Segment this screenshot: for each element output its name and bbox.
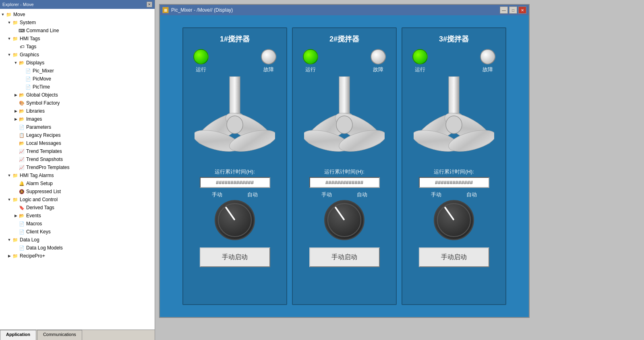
tree-item-commandline[interactable]: ⌨Command Line <box>0 27 155 35</box>
mode-dial-mixer3[interactable] <box>434 200 474 240</box>
tree-item-tags[interactable]: 🏷Tags <box>0 43 155 51</box>
expand-icon[interactable]: ▼ <box>6 237 12 243</box>
tree-item-hmitags[interactable]: ▼📁HMI Tags <box>0 35 155 43</box>
tree-item-picmove[interactable]: 📄PicMove <box>0 75 155 83</box>
start-button-mixer3[interactable]: 手动启动 <box>419 247 489 267</box>
manual-label-mixer2: 手动 <box>321 191 332 198</box>
tree-label-trendsnapshots: Trend Snapshots <box>26 156 63 163</box>
tree-item-pic_mixer[interactable]: 📄Pic_Mixer <box>0 67 155 75</box>
tree-label-recipeproplus: RecipePro+ <box>20 252 45 260</box>
expand-icon[interactable]: ▶ <box>13 108 19 114</box>
tree-icon-logiccontrol: 📁 <box>12 196 19 203</box>
tree-item-localmessages[interactable]: 📂Local Messages <box>0 139 155 147</box>
expand-icon[interactable]: ▼ <box>6 52 12 58</box>
expand-icon[interactable]: ▶ <box>13 213 19 218</box>
tree-item-graphics[interactable]: ▼📁Graphics <box>0 51 155 59</box>
mode-dial-mixer1[interactable] <box>215 200 255 240</box>
start-button-mixer1[interactable]: 手动启动 <box>200 247 270 267</box>
tree-icon-picmove: 📄 <box>25 76 31 82</box>
expand-icon[interactable]: ▶ <box>13 116 19 122</box>
running-light-mixer3 <box>412 49 428 64</box>
tree-item-clientkeys[interactable]: 📄Client Keys <box>0 228 155 236</box>
tree-icon-parameters: 📄 <box>19 124 25 130</box>
tree-item-legacyrecipes[interactable]: 📋Legacy Recipes <box>0 131 155 139</box>
tree-label-images: Images <box>26 115 42 123</box>
tree-label-libraries: Libraries <box>26 107 45 115</box>
tree-item-pictime[interactable]: 📄PicTime <box>0 83 155 91</box>
tree-item-datalog[interactable]: ▼📁Data Log <box>0 236 155 244</box>
auto-label-mixer2: 自动 <box>357 191 367 198</box>
expand-icon[interactable]: ▼ <box>6 173 12 178</box>
tree-icon-datalogmodels: 📄 <box>19 245 25 251</box>
tree-item-parameters[interactable]: 📄Parameters <box>0 123 155 131</box>
explorer-close-button[interactable]: ✕ <box>147 2 152 7</box>
tree-label-picmove: PicMove <box>33 75 51 82</box>
explorer-panel: Explorer - Move ✕ ▼📁Move▼📁System⌨Command… <box>0 0 155 340</box>
tree-item-macros[interactable]: 📄Macros <box>0 220 155 228</box>
manual-label-mixer1: 手动 <box>212 191 222 198</box>
expand-icon[interactable]: ▶ <box>13 92 19 98</box>
tree-icon-move: 📁 <box>6 11 12 18</box>
tree-icon-recipeproplus: 📁 <box>12 253 19 259</box>
tree-label-globalobjects: Global Objects <box>26 91 58 99</box>
tree-label-datalog: Data Log <box>20 236 39 243</box>
start-button-mixer2[interactable]: 手动启动 <box>309 247 380 267</box>
tree-label-symbolfactory: Symbol Factory <box>26 99 60 107</box>
tree-item-symbolfactory[interactable]: 🎨Symbol Factory <box>0 99 155 107</box>
mixer-card-mixer2: 2#搅拌器 运行 故障 <box>292 27 397 305</box>
tree-label-hmitagalarms: HMI Tag Alarms <box>20 172 54 179</box>
tree-label-trendpro: TrendPro Templates <box>26 164 69 171</box>
fault-light-mixer3 <box>480 49 495 64</box>
display-title: Pic_Mixer - /Move// (Display) <box>171 7 233 13</box>
tree-item-globalobjects[interactable]: ▶📂Global Objects <box>0 91 155 99</box>
mode-labels-mixer3: 手动 自动 <box>406 191 501 198</box>
close-button[interactable]: ✕ <box>518 6 526 14</box>
tree-item-libraries[interactable]: ▶📂Libraries <box>0 107 155 115</box>
tree-item-trendtemplates[interactable]: 📈Trend Templates <box>0 147 155 155</box>
mixer-svg-mixer3 <box>414 76 494 165</box>
tree-item-hmitagalarms[interactable]: ▼📁HMI Tag Alarms <box>0 171 155 179</box>
tree-item-derivedtags[interactable]: 🔖Derived Tags <box>0 204 155 212</box>
tree-item-move[interactable]: ▼📁Move <box>0 10 155 19</box>
tree-item-suppressedlist[interactable]: 🔕Suppressed List <box>0 188 155 196</box>
expand-icon[interactable]: ▶ <box>6 253 12 259</box>
tree-icon-globalobjects: 📂 <box>19 92 25 98</box>
display-content: 1#搅拌器 运行 故障 <box>160 15 529 317</box>
expand-icon[interactable]: ▼ <box>6 197 12 202</box>
expand-icon[interactable]: ▼ <box>6 36 12 41</box>
expand-icon[interactable]: ▼ <box>13 60 19 66</box>
tree-label-displays: Displays <box>26 59 44 66</box>
tree-item-events[interactable]: ▶📂Events <box>0 212 155 220</box>
tab-communications[interactable]: Communications <box>37 330 82 340</box>
tree-item-system[interactable]: ▼📁System <box>0 19 155 27</box>
tree-item-alarmsetup[interactable]: 🔔Alarm Setup <box>0 179 155 188</box>
tree-item-datalogmodels[interactable]: 📄Data Log Models <box>0 244 155 252</box>
tab-application[interactable]: Application <box>0 330 36 340</box>
runtime-label-mixer2: 运行累计时间(H): <box>324 168 364 175</box>
mixer-title-mixer3: 3#搅拌器 <box>439 34 469 44</box>
manual-label-mixer3: 手动 <box>431 191 441 198</box>
mode-dial-mixer2[interactable] <box>324 200 364 240</box>
tree-item-trendpro[interactable]: 📈TrendPro Templates <box>0 163 155 171</box>
main-area: ▦ Pic_Mixer - /Move// (Display) — □ ✕ 1#… <box>155 0 644 340</box>
tree-icon-graphics: 📁 <box>12 52 19 58</box>
expand-icon[interactable]: ▼ <box>0 12 6 17</box>
tree-item-logiccontrol[interactable]: ▼📁Logic and Control <box>0 196 155 204</box>
tree-label-logiccontrol: Logic and Control <box>20 196 58 203</box>
minimize-button[interactable]: — <box>500 6 508 14</box>
tree-item-images[interactable]: ▶📂Images <box>0 115 155 123</box>
tree-item-recipeproplus[interactable]: ▶📁RecipePro+ <box>0 252 155 260</box>
tree-icon-legacyrecipes: 📋 <box>19 132 25 138</box>
tree-icon-datalog: 📁 <box>12 237 19 243</box>
tree-item-trendsnapshots[interactable]: 📈Trend Snapshots <box>0 155 155 163</box>
running-label-mixer1: 运行 <box>196 66 206 73</box>
tree-label-alarmsetup: Alarm Setup <box>26 180 53 187</box>
tree-icon-clientkeys: 📄 <box>19 229 25 235</box>
svg-point-17 <box>446 116 462 134</box>
runtime-section-mixer3: 运行累计时间(H): ############# <box>406 168 501 188</box>
tree-label-commandline: Command Line <box>26 27 59 34</box>
tree-label-events: Events <box>26 212 41 219</box>
expand-icon[interactable]: ▼ <box>6 20 12 25</box>
maximize-button[interactable]: □ <box>509 6 517 14</box>
tree-item-displays[interactable]: ▼📂Displays <box>0 59 155 67</box>
